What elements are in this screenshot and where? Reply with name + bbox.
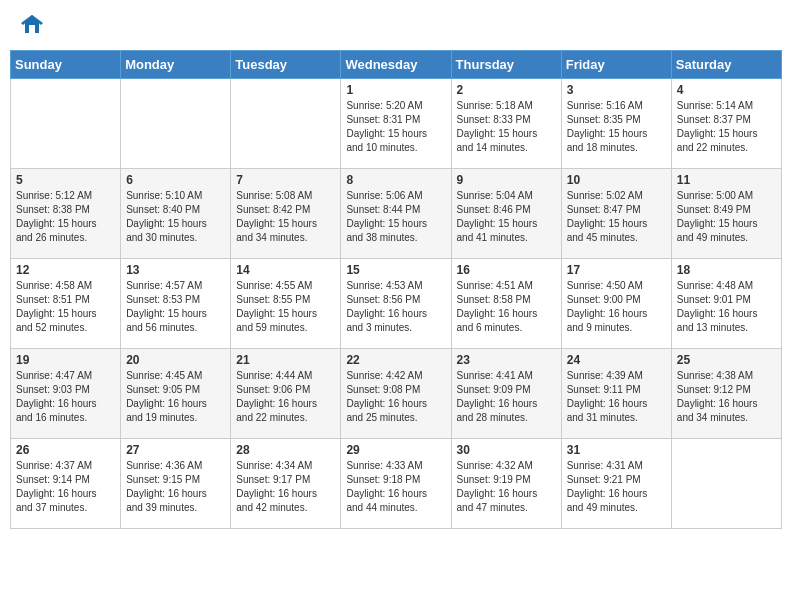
calendar-day-26: 26Sunrise: 4:37 AM Sunset: 9:14 PM Dayli… — [11, 439, 121, 529]
day-info: Sunrise: 4:45 AM Sunset: 9:05 PM Dayligh… — [126, 369, 225, 425]
day-info: Sunrise: 4:34 AM Sunset: 9:17 PM Dayligh… — [236, 459, 335, 515]
calendar-day-19: 19Sunrise: 4:47 AM Sunset: 9:03 PM Dayli… — [11, 349, 121, 439]
day-info: Sunrise: 4:42 AM Sunset: 9:08 PM Dayligh… — [346, 369, 445, 425]
day-info: Sunrise: 5:14 AM Sunset: 8:37 PM Dayligh… — [677, 99, 776, 155]
calendar-day-25: 25Sunrise: 4:38 AM Sunset: 9:12 PM Dayli… — [671, 349, 781, 439]
calendar-day-4: 4Sunrise: 5:14 AM Sunset: 8:37 PM Daylig… — [671, 79, 781, 169]
day-info: Sunrise: 4:41 AM Sunset: 9:09 PM Dayligh… — [457, 369, 556, 425]
day-info: Sunrise: 5:20 AM Sunset: 8:31 PM Dayligh… — [346, 99, 445, 155]
day-number: 5 — [16, 173, 115, 187]
day-number: 6 — [126, 173, 225, 187]
day-number: 2 — [457, 83, 556, 97]
calendar-week-3: 12Sunrise: 4:58 AM Sunset: 8:51 PM Dayli… — [11, 259, 782, 349]
empty-cell — [671, 439, 781, 529]
day-info: Sunrise: 4:55 AM Sunset: 8:55 PM Dayligh… — [236, 279, 335, 335]
calendar-week-4: 19Sunrise: 4:47 AM Sunset: 9:03 PM Dayli… — [11, 349, 782, 439]
day-info: Sunrise: 5:00 AM Sunset: 8:49 PM Dayligh… — [677, 189, 776, 245]
calendar-week-1: 1Sunrise: 5:20 AM Sunset: 8:31 PM Daylig… — [11, 79, 782, 169]
day-number: 21 — [236, 353, 335, 367]
day-info: Sunrise: 5:04 AM Sunset: 8:46 PM Dayligh… — [457, 189, 556, 245]
day-number: 14 — [236, 263, 335, 277]
day-number: 8 — [346, 173, 445, 187]
day-number: 29 — [346, 443, 445, 457]
day-info: Sunrise: 4:39 AM Sunset: 9:11 PM Dayligh… — [567, 369, 666, 425]
calendar-week-2: 5Sunrise: 5:12 AM Sunset: 8:38 PM Daylig… — [11, 169, 782, 259]
col-header-tuesday: Tuesday — [231, 51, 341, 79]
calendar-day-27: 27Sunrise: 4:36 AM Sunset: 9:15 PM Dayli… — [121, 439, 231, 529]
col-header-saturday: Saturday — [671, 51, 781, 79]
svg-rect-2 — [29, 25, 35, 33]
col-header-wednesday: Wednesday — [341, 51, 451, 79]
calendar-day-23: 23Sunrise: 4:41 AM Sunset: 9:09 PM Dayli… — [451, 349, 561, 439]
day-number: 28 — [236, 443, 335, 457]
day-info: Sunrise: 4:32 AM Sunset: 9:19 PM Dayligh… — [457, 459, 556, 515]
day-number: 1 — [346, 83, 445, 97]
calendar-day-20: 20Sunrise: 4:45 AM Sunset: 9:05 PM Dayli… — [121, 349, 231, 439]
calendar-day-7: 7Sunrise: 5:08 AM Sunset: 8:42 PM Daylig… — [231, 169, 341, 259]
day-info: Sunrise: 4:51 AM Sunset: 8:58 PM Dayligh… — [457, 279, 556, 335]
day-number: 10 — [567, 173, 666, 187]
day-number: 12 — [16, 263, 115, 277]
day-info: Sunrise: 5:16 AM Sunset: 8:35 PM Dayligh… — [567, 99, 666, 155]
calendar-header-row: SundayMondayTuesdayWednesdayThursdayFrid… — [11, 51, 782, 79]
day-info: Sunrise: 4:47 AM Sunset: 9:03 PM Dayligh… — [16, 369, 115, 425]
col-header-friday: Friday — [561, 51, 671, 79]
day-number: 11 — [677, 173, 776, 187]
day-number: 16 — [457, 263, 556, 277]
day-info: Sunrise: 4:36 AM Sunset: 9:15 PM Dayligh… — [126, 459, 225, 515]
day-number: 13 — [126, 263, 225, 277]
day-number: 4 — [677, 83, 776, 97]
day-number: 19 — [16, 353, 115, 367]
calendar-day-29: 29Sunrise: 4:33 AM Sunset: 9:18 PM Dayli… — [341, 439, 451, 529]
day-info: Sunrise: 4:50 AM Sunset: 9:00 PM Dayligh… — [567, 279, 666, 335]
calendar-table: SundayMondayTuesdayWednesdayThursdayFrid… — [10, 50, 782, 529]
day-number: 9 — [457, 173, 556, 187]
calendar-day-6: 6Sunrise: 5:10 AM Sunset: 8:40 PM Daylig… — [121, 169, 231, 259]
calendar-day-12: 12Sunrise: 4:58 AM Sunset: 8:51 PM Dayli… — [11, 259, 121, 349]
empty-cell — [11, 79, 121, 169]
empty-cell — [231, 79, 341, 169]
day-number: 15 — [346, 263, 445, 277]
day-info: Sunrise: 4:58 AM Sunset: 8:51 PM Dayligh… — [16, 279, 115, 335]
day-info: Sunrise: 4:44 AM Sunset: 9:06 PM Dayligh… — [236, 369, 335, 425]
day-number: 20 — [126, 353, 225, 367]
calendar-day-3: 3Sunrise: 5:16 AM Sunset: 8:35 PM Daylig… — [561, 79, 671, 169]
calendar-day-9: 9Sunrise: 5:04 AM Sunset: 8:46 PM Daylig… — [451, 169, 561, 259]
day-info: Sunrise: 4:38 AM Sunset: 9:12 PM Dayligh… — [677, 369, 776, 425]
day-number: 26 — [16, 443, 115, 457]
day-info: Sunrise: 4:57 AM Sunset: 8:53 PM Dayligh… — [126, 279, 225, 335]
calendar-day-14: 14Sunrise: 4:55 AM Sunset: 8:55 PM Dayli… — [231, 259, 341, 349]
calendar-day-16: 16Sunrise: 4:51 AM Sunset: 8:58 PM Dayli… — [451, 259, 561, 349]
empty-cell — [121, 79, 231, 169]
col-header-sunday: Sunday — [11, 51, 121, 79]
logo-icon — [21, 15, 43, 35]
day-info: Sunrise: 5:18 AM Sunset: 8:33 PM Dayligh… — [457, 99, 556, 155]
day-info: Sunrise: 4:33 AM Sunset: 9:18 PM Dayligh… — [346, 459, 445, 515]
calendar-day-1: 1Sunrise: 5:20 AM Sunset: 8:31 PM Daylig… — [341, 79, 451, 169]
calendar-day-18: 18Sunrise: 4:48 AM Sunset: 9:01 PM Dayli… — [671, 259, 781, 349]
calendar-day-2: 2Sunrise: 5:18 AM Sunset: 8:33 PM Daylig… — [451, 79, 561, 169]
day-number: 30 — [457, 443, 556, 457]
calendar-day-21: 21Sunrise: 4:44 AM Sunset: 9:06 PM Dayli… — [231, 349, 341, 439]
calendar-day-13: 13Sunrise: 4:57 AM Sunset: 8:53 PM Dayli… — [121, 259, 231, 349]
calendar-day-8: 8Sunrise: 5:06 AM Sunset: 8:44 PM Daylig… — [341, 169, 451, 259]
day-info: Sunrise: 5:12 AM Sunset: 8:38 PM Dayligh… — [16, 189, 115, 245]
day-number: 24 — [567, 353, 666, 367]
calendar-day-30: 30Sunrise: 4:32 AM Sunset: 9:19 PM Dayli… — [451, 439, 561, 529]
col-header-monday: Monday — [121, 51, 231, 79]
day-number: 7 — [236, 173, 335, 187]
day-info: Sunrise: 4:53 AM Sunset: 8:56 PM Dayligh… — [346, 279, 445, 335]
calendar-day-22: 22Sunrise: 4:42 AM Sunset: 9:08 PM Dayli… — [341, 349, 451, 439]
day-info: Sunrise: 5:10 AM Sunset: 8:40 PM Dayligh… — [126, 189, 225, 245]
calendar-week-5: 26Sunrise: 4:37 AM Sunset: 9:14 PM Dayli… — [11, 439, 782, 529]
calendar-day-24: 24Sunrise: 4:39 AM Sunset: 9:11 PM Dayli… — [561, 349, 671, 439]
calendar-day-11: 11Sunrise: 5:00 AM Sunset: 8:49 PM Dayli… — [671, 169, 781, 259]
day-info: Sunrise: 4:37 AM Sunset: 9:14 PM Dayligh… — [16, 459, 115, 515]
day-info: Sunrise: 5:02 AM Sunset: 8:47 PM Dayligh… — [567, 189, 666, 245]
day-number: 31 — [567, 443, 666, 457]
calendar-day-15: 15Sunrise: 4:53 AM Sunset: 8:56 PM Dayli… — [341, 259, 451, 349]
calendar-day-5: 5Sunrise: 5:12 AM Sunset: 8:38 PM Daylig… — [11, 169, 121, 259]
col-header-thursday: Thursday — [451, 51, 561, 79]
logo — [20, 15, 44, 35]
day-info: Sunrise: 5:06 AM Sunset: 8:44 PM Dayligh… — [346, 189, 445, 245]
